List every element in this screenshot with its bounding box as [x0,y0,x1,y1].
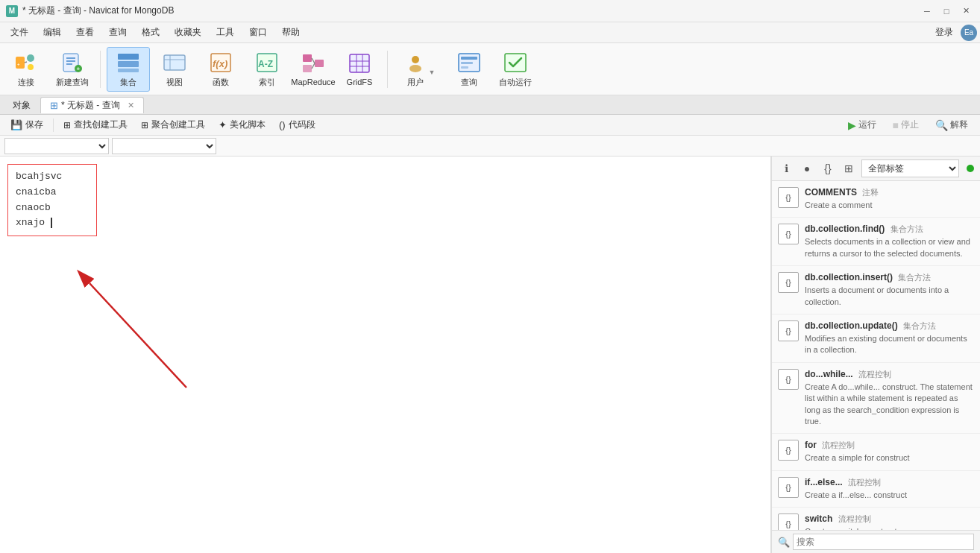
tab-objects[interactable]: 对象 [3,97,40,113]
svg-text:+: + [77,66,81,72]
panel-item-comments[interactable]: {} COMMENTS 注释 Create a comment [772,181,980,218]
toolbar-function-label: 函数 [213,77,229,88]
right-panel-header: ℹ ● {} ⊞ 全部标签 [772,157,980,181]
run-button[interactable]: ▶ 运行 [841,117,884,133]
for-title: for 流程控制 [805,440,974,451]
panel-item-update[interactable]: {} db.collection.update() 集合方法 Modifies … [772,315,980,363]
user-dropdown-arrow[interactable]: ▼ [429,69,436,76]
menu-query[interactable]: 查询 [101,24,134,41]
dowhile-desc: Create A do...while... construct. The st… [805,382,974,428]
connect-icon: + [14,51,38,75]
search-input[interactable] [793,534,974,550]
comments-content: COMMENTS 注释 Create a comment [805,187,974,211]
menu-window[interactable]: 窗口 [242,24,274,41]
user-avatar[interactable]: Ea [961,25,977,41]
arrow-annotation [75,268,194,405]
index-icon: A-Z [255,51,279,75]
toolbar-query[interactable]: 查询 [447,47,491,92]
dowhile-icon: {} [778,369,799,390]
find-builder-icon: ⊞ [63,120,71,130]
snippet-button[interactable]: () 代码段 [273,116,321,133]
snippet-label: 代码段 [289,118,315,131]
toolbar-collection[interactable]: 集合 [107,47,150,92]
menu-favorites[interactable]: 收藏夹 [167,24,209,41]
update-content: db.collection.update() 集合方法 Modifies an … [805,320,974,356]
close-button[interactable]: ✕ [958,3,974,19]
find-builder-button[interactable]: ⊞ 查找创建工具 [57,116,134,133]
comments-desc: Create a comment [805,200,974,211]
ifelse-icon: {} [778,477,799,498]
tag-dropdown[interactable]: 全部标签 [861,159,959,177]
for-desc: Create a simple for construct [805,452,974,464]
query-controls [0,136,980,157]
window-controls[interactable]: ─ □ ✕ [919,3,974,19]
svg-point-3 [28,64,34,70]
toolbar-user[interactable]: 用户 ▼ [394,47,445,92]
comments-title: COMMENTS 注释 [805,187,974,198]
beautify-label: 美化脚本 [230,118,266,131]
code-editor[interactable]: bcahjsvc cnaicba cnaocb xnajo [7,164,97,236]
toolbar-sep-1 [100,51,101,88]
explain-button[interactable]: 🔍 解释 [928,117,976,133]
stop-button[interactable]: ■ 停止 [885,117,926,133]
operation-select[interactable] [112,138,216,154]
menu-edit[interactable]: 编辑 [36,24,69,41]
svg-rect-12 [118,61,139,67]
dowhile-content: do...while... 流程控制 Create A do...while..… [805,369,974,428]
editor-area[interactable]: bcahjsvc cnaicba cnaocb xnajo [0,157,771,553]
tab-active-query[interactable]: ⊞ * 无标题 - 查询 ✕ [40,97,144,113]
save-icon: 💾 [10,119,22,130]
maximize-button[interactable]: □ [938,3,955,19]
toolbar-function[interactable]: f(x) 函数 [199,47,242,92]
code-line-1: bcahjsvc [16,169,89,185]
svg-rect-35 [505,54,526,72]
main-toolbar: + 连接 + 新建查询 集合 [0,43,980,95]
toolbar-connect[interactable]: + 连接 [4,47,48,92]
user-icon [403,51,427,75]
collection-icon [116,51,140,75]
toolbar-query-label: 查询 [461,77,477,88]
menu-format[interactable]: 格式 [134,24,167,41]
menu-tools[interactable]: 工具 [209,24,242,41]
svg-rect-11 [118,54,139,60]
ifelse-content: if...else... 流程控制 Create a if...else... … [805,477,974,501]
menu-view[interactable]: 查看 [69,24,101,41]
svg-rect-22 [303,65,312,72]
svg-text:+: + [17,62,20,66]
snippet-icon: () [279,119,286,130]
panel-item-switch[interactable]: {} switch 流程控制 Create a switch construct [772,508,980,530]
beautify-button[interactable]: ✦ 美化脚本 [213,116,271,133]
window-title: * 无标题 - 查询 - Navicat for MongoDB [22,4,174,17]
autorun-icon [503,51,527,75]
panel-item-insert[interactable]: {} db.collection.insert() 集合方法 Inserts a… [772,266,980,315]
panel-item-find[interactable]: {} db.collection.find() 集合方法 Selects doc… [772,218,980,266]
svg-rect-21 [303,54,312,62]
panel-item-for[interactable]: {} for 流程控制 Create a simple for construc… [772,434,980,470]
dot-icon-btn[interactable]: ● [799,160,815,177]
panel-item-dowhile[interactable]: {} do...while... 流程控制 Create A do...whil… [772,363,980,434]
toolbar-autorun[interactable]: 自动运行 [494,47,537,92]
aggregate-builder-button[interactable]: ⊞ 聚合创建工具 [135,116,211,133]
menu-file[interactable]: 文件 [3,24,36,41]
toolbar-view[interactable]: 视图 [153,47,196,92]
collection-select[interactable] [4,138,109,154]
menu-help[interactable]: 帮助 [274,24,307,41]
close-tab-icon[interactable]: ✕ [128,101,134,110]
right-panel: ℹ ● {} ⊞ 全部标签 {} COMMENTS 注释 Create a co… [771,157,980,553]
toolbar-mapreduce[interactable]: MapReduce [292,47,335,92]
grid-icon-btn[interactable]: ⊞ [841,160,857,177]
save-button[interactable]: 💾 保存 [4,116,49,133]
toolbar-index[interactable]: A-Z 索引 [245,47,289,92]
switch-content: switch 流程控制 Create a switch construct [805,514,974,530]
toolbar-autorun-label: 自动运行 [499,77,532,88]
toolbar-mapreduce-label: MapReduce [291,78,335,86]
toolbar-new-query[interactable]: + 新建查询 [51,47,94,92]
braces-icon-btn[interactable]: {} [820,160,836,177]
stop-icon: ■ [893,119,899,131]
minimize-button[interactable]: ─ [919,3,935,19]
toolbar-gridfs[interactable]: GridFS [338,47,381,92]
panel-item-ifelse[interactable]: {} if...else... 流程控制 Create a if...else.… [772,471,980,508]
find-content: db.collection.find() 集合方法 Selects docume… [805,224,974,259]
info-icon-btn[interactable]: ℹ [778,160,794,177]
login-button[interactable]: 登录 [935,26,953,39]
